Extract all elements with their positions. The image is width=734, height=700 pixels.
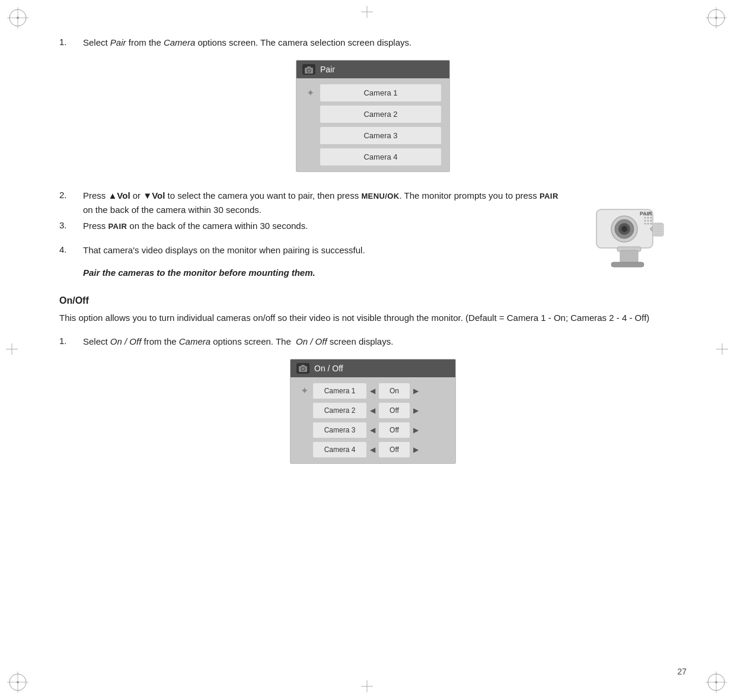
- svg-text:PAIR: PAIR: [640, 211, 652, 217]
- camera-italic2: Camera: [179, 336, 210, 346]
- arrow-right-3[interactable]: ▶: [413, 426, 419, 434]
- svg-point-26: [308, 69, 310, 72]
- onoff-screen-title: On / Off: [314, 364, 343, 373]
- pair-step-2-text: Press ▲Vol or ▼Vol to select the camera …: [83, 189, 568, 217]
- camera-3-btn[interactable]: Camera 3: [320, 127, 441, 144]
- arrow-left-4[interactable]: ◀: [370, 446, 375, 454]
- pair-row-3: ✦ Camera 3: [305, 127, 441, 144]
- onoff-italic1: On / Off: [110, 336, 142, 346]
- svg-point-44: [650, 223, 652, 225]
- onoff-row-1: ✦ Camera 1 ◀ On ▶: [299, 383, 447, 399]
- onoff-heading: On/Off: [59, 295, 687, 306]
- camera-italic: Camera: [164, 37, 195, 47]
- onoff-screen-body: ✦ Camera 1 ◀ On ▶ ✦ Camera 2 ◀ Off ▶: [291, 377, 455, 463]
- camera-1-btn[interactable]: Camera 1: [320, 84, 441, 101]
- onoff-screen: On / Off ✦ Camera 1 ◀ On ▶ ✦ Camera 2: [290, 359, 456, 464]
- onoff-value-2: Off: [379, 403, 410, 418]
- step-num-3: 3.: [59, 219, 83, 233]
- svg-point-58: [302, 368, 304, 370]
- svg-rect-59: [301, 365, 305, 367]
- pair-label: PAIR: [540, 192, 559, 201]
- menu-ok-label: MENU/OK: [361, 192, 399, 201]
- svg-point-38: [650, 217, 652, 219]
- pair-step-3: 3. Press PAIR on the back of the camera …: [59, 219, 568, 233]
- pair-notice: Pair the cameras to the monitor before m…: [83, 268, 568, 278]
- pair-italic: Pair: [110, 37, 126, 47]
- onoff-italic2: On / Off: [296, 336, 327, 346]
- onoff-screen-container: On / Off ✦ Camera 1 ◀ On ▶ ✦ Camera 2: [59, 359, 687, 464]
- onoff-value-1: On: [379, 383, 410, 399]
- arrow-right-4[interactable]: ▶: [413, 446, 419, 454]
- arrow-right-2[interactable]: ▶: [413, 406, 419, 415]
- pair-label-2: PAIR: [108, 222, 127, 231]
- pair-step-1-text: Select Pair from the Camera options scre…: [83, 36, 687, 49]
- onoff-row-4: ✦ Camera 4 ◀ Off ▶: [299, 442, 447, 457]
- camera-device-svg: PAIR: [588, 189, 685, 269]
- onoff-star-1: ✦: [299, 385, 309, 396]
- camera-icon: [302, 64, 315, 75]
- page-number: 27: [677, 667, 687, 676]
- content: 1. Select Pair from the Camera options s…: [59, 24, 687, 464]
- pair-screen-title: Pair: [320, 65, 335, 74]
- onoff-row-3: ✦ Camera 3 ◀ Off ▶: [299, 422, 447, 438]
- svg-point-39: [644, 220, 646, 222]
- arrow-left-2[interactable]: ◀: [370, 406, 375, 415]
- camera-2-btn[interactable]: Camera 2: [320, 106, 441, 123]
- onoff-body: This option allows you to turn individua…: [59, 311, 687, 324]
- vol-up-label: ▲Vol: [108, 190, 130, 201]
- svg-point-37: [647, 217, 649, 219]
- svg-rect-48: [620, 250, 638, 263]
- pair-row-2: ✦ Camera 2: [305, 106, 441, 123]
- svg-point-43: [647, 223, 649, 225]
- svg-point-42: [644, 223, 646, 225]
- onoff-step-1: 1. Select On / Off from the Camera optio…: [59, 335, 687, 348]
- pair-step-2: 2. Press ▲Vol or ▼Vol to select the came…: [59, 189, 568, 217]
- svg-point-41: [650, 220, 652, 222]
- step-num-2: 2.: [59, 189, 83, 217]
- vol-down-label: ▼Vol: [143, 190, 165, 201]
- onoff-row-2: ✦ Camera 2 ◀ Off ▶: [299, 403, 447, 418]
- arrow-right-1[interactable]: ▶: [413, 387, 419, 395]
- onoff-camera-2-btn[interactable]: Camera 2: [313, 403, 366, 418]
- camera-4-btn[interactable]: Camera 4: [320, 148, 441, 166]
- svg-point-40: [647, 220, 649, 222]
- pair-step-4: 4. That camera's video displays on the m…: [59, 243, 568, 257]
- steps-2-4-text: 2. Press ▲Vol or ▼Vol to select the came…: [59, 189, 568, 288]
- svg-point-36: [644, 217, 646, 219]
- pair-screen: Pair ✦ Camera 1 ✦ Camera 2 ✦ Camera 3: [296, 60, 450, 172]
- pair-row-1: ✦ Camera 1: [305, 84, 441, 101]
- pair-step-1: 1. Select Pair from the Camera options s…: [59, 36, 687, 49]
- pair-step-4-text: That camera's video displays on the moni…: [83, 243, 568, 257]
- onoff-value-3: Off: [379, 422, 410, 438]
- star-icon: ✦: [305, 87, 315, 98]
- onoff-step-num-1: 1.: [59, 335, 83, 348]
- step-num-1: 1.: [59, 36, 83, 49]
- svg-rect-27: [307, 66, 311, 68]
- svg-rect-50: [653, 223, 663, 236]
- step-num-4: 4.: [59, 243, 83, 257]
- svg-rect-49: [611, 262, 644, 267]
- onoff-step-1-text: Select On / Off from the Camera options …: [83, 335, 687, 348]
- onoff-value-4: Off: [379, 442, 410, 457]
- arrow-left-1[interactable]: ◀: [370, 387, 375, 395]
- svg-point-32: [621, 226, 627, 232]
- pair-step-3-text: Press PAIR on the back of the camera wit…: [83, 219, 568, 233]
- camera-icon-2: [296, 363, 309, 374]
- pair-screen-body: ✦ Camera 1 ✦ Camera 2 ✦ Camera 3 ✦ Camer…: [296, 78, 449, 171]
- onoff-camera-3-btn[interactable]: Camera 3: [313, 422, 366, 438]
- steps-2-4-container: 2. Press ▲Vol or ▼Vol to select the came…: [59, 189, 687, 288]
- pair-row-4: ✦ Camera 4: [305, 148, 441, 166]
- pair-screen-header: Pair: [296, 61, 449, 78]
- arrow-left-3[interactable]: ◀: [370, 426, 375, 434]
- onoff-screen-header: On / Off: [291, 359, 455, 377]
- camera-device-image: PAIR: [586, 189, 687, 269]
- onoff-camera-4-btn[interactable]: Camera 4: [313, 442, 366, 457]
- page: 1. Select Pair from the Camera options s…: [0, 0, 734, 700]
- onoff-camera-1-btn[interactable]: Camera 1: [313, 383, 366, 399]
- pair-screen-container: Pair ✦ Camera 1 ✦ Camera 2 ✦ Camera 3: [59, 60, 687, 172]
